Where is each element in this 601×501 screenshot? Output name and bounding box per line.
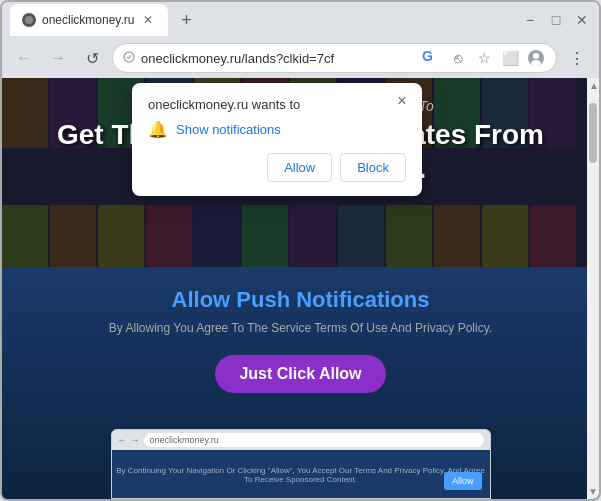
minimize-button[interactable]: − — [521, 11, 539, 29]
tab-bar: oneclickmoney.ru ✕ + — [10, 4, 517, 36]
svg-point-3 — [533, 53, 539, 59]
google-icon: G — [422, 48, 442, 68]
scroll-up-icon[interactable]: ▲ — [587, 78, 599, 93]
new-tab-button[interactable]: + — [172, 6, 200, 34]
show-notifications-text: Show notifications — [176, 122, 281, 137]
inner-forward-icon: → — [131, 435, 140, 445]
refresh-button[interactable]: ↺ — [78, 44, 106, 72]
tab-title: oneclickmoney.ru — [42, 13, 134, 27]
svg-point-4 — [531, 60, 541, 66]
tab-close-button[interactable]: ✕ — [140, 12, 156, 28]
profile-icon[interactable] — [526, 48, 546, 68]
url-bar[interactable]: oneclickmoney.ru/lands?clkid=7cf G ⎋ ☆ ⬜ — [112, 43, 557, 73]
title-bar: oneclickmoney.ru ✕ + − □ ✕ — [2, 2, 599, 38]
active-tab[interactable]: oneclickmoney.ru ✕ — [10, 4, 168, 36]
close-button[interactable]: ✕ — [573, 11, 591, 29]
secure-icon — [123, 51, 135, 66]
back-button[interactable]: ← — [10, 44, 38, 72]
svg-point-0 — [25, 16, 33, 24]
maximize-button[interactable]: □ — [547, 11, 565, 29]
inner-back-icon: ← — [118, 435, 127, 445]
tab-favicon — [22, 13, 36, 27]
menu-button[interactable]: ⋮ — [563, 44, 591, 72]
forward-button[interactable]: → — [44, 44, 72, 72]
popup-allow-button[interactable]: Allow — [267, 153, 332, 182]
inner-browser-bar: ← → oneclickmoney.ru — [112, 430, 490, 450]
extension-icon[interactable]: ⬜ — [500, 48, 520, 68]
allow-push-subtitle: By Allowing You Agree To The Service Ter… — [89, 321, 512, 335]
url-text: oneclickmoney.ru/lands?clkid=7cf — [141, 51, 416, 66]
window-controls: − □ ✕ — [521, 11, 591, 29]
popup-notification-row: 🔔 Show notifications — [148, 120, 406, 139]
blue-section: Allow Push Notifications By Allowing You… — [2, 267, 599, 499]
scroll-down-icon[interactable]: ▼ — [587, 486, 599, 497]
inner-allow-button[interactable]: Allow — [444, 472, 482, 490]
share-icon[interactable]: ⎋ — [448, 48, 468, 68]
bookmark-icon[interactable]: ☆ — [474, 48, 494, 68]
url-actions: G ⎋ ☆ ⬜ — [422, 48, 546, 68]
address-bar: ← → ↺ oneclickmoney.ru/lands?clkid=7cf G… — [2, 38, 599, 78]
bell-icon: 🔔 — [148, 120, 168, 139]
inner-url-bar: oneclickmoney.ru — [144, 433, 484, 447]
scrollbar[interactable]: ▲ ▼ — [587, 78, 599, 499]
page-content: Receive Breaking Updates And Stay Up To … — [2, 78, 599, 499]
scrollbar-thumb[interactable] — [589, 103, 597, 163]
inner-browser-preview: ← → oneclickmoney.ru By Continuing Your … — [111, 429, 491, 499]
allow-push-title: Allow Push Notifications — [172, 287, 430, 313]
notification-popup: × oneclickmoney.ru wants to 🔔 Show notif… — [132, 83, 422, 196]
popup-title: oneclickmoney.ru wants to — [148, 97, 406, 112]
inner-content-text: By Continuing Your Navigation Or Clickin… — [116, 466, 486, 484]
popup-block-button[interactable]: Block — [340, 153, 406, 182]
inner-browser-content: By Continuing Your Navigation Or Clickin… — [112, 450, 490, 499]
popup-close-button[interactable]: × — [392, 91, 412, 111]
browser-window: oneclickmoney.ru ✕ + − □ ✕ ← → ↺ oneclic… — [0, 0, 601, 501]
just-click-allow-button[interactable]: Just Click Allow — [215, 355, 385, 393]
popup-buttons: Allow Block — [148, 153, 406, 182]
